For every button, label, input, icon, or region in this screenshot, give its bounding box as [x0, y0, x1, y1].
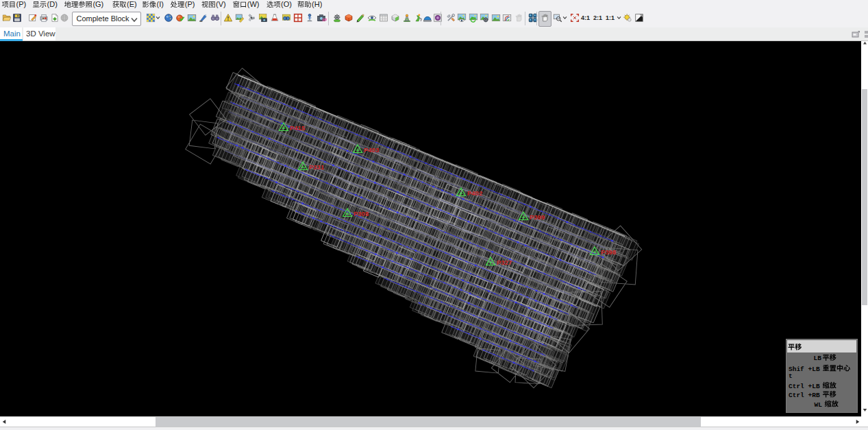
svg-text:P308: P308 [354, 210, 369, 217]
svg-text:Ctrl +LB: Ctrl +LB [789, 383, 820, 390]
svg-text:(W): (W) [247, 0, 260, 8]
svg-text:P402: P402 [467, 189, 482, 197]
svg-text:t: t [789, 372, 793, 380]
svg-text:P403: P403 [364, 146, 379, 154]
svg-text:(G): (G) [92, 0, 103, 8]
svg-text:P398: P398 [601, 248, 616, 256]
svg-text:P327: P327 [497, 259, 512, 266]
svg-text:P399: P399 [530, 213, 545, 221]
svg-text:(P): (P) [185, 0, 195, 8]
svg-text:Ctrl +RB: Ctrl +RB [789, 392, 820, 399]
svg-text:LB: LB [814, 355, 822, 362]
svg-text:(D): (D) [47, 0, 58, 8]
svg-text:(V): (V) [216, 0, 226, 8]
svg-text:(I): (I) [157, 0, 164, 8]
svg-text:(E): (E) [127, 0, 137, 8]
svg-text:P331: P331 [309, 163, 325, 171]
svg-text:(O): (O) [281, 0, 292, 8]
svg-text:WL: WL [815, 401, 823, 409]
svg-text:(H): (H) [312, 0, 322, 8]
svg-text:Shif +LB: Shif +LB [789, 366, 820, 373]
svg-text:(P): (P) [16, 0, 27, 8]
svg-text:DP: DP [322, 18, 327, 22]
svg-text:P415: P415 [290, 124, 306, 132]
